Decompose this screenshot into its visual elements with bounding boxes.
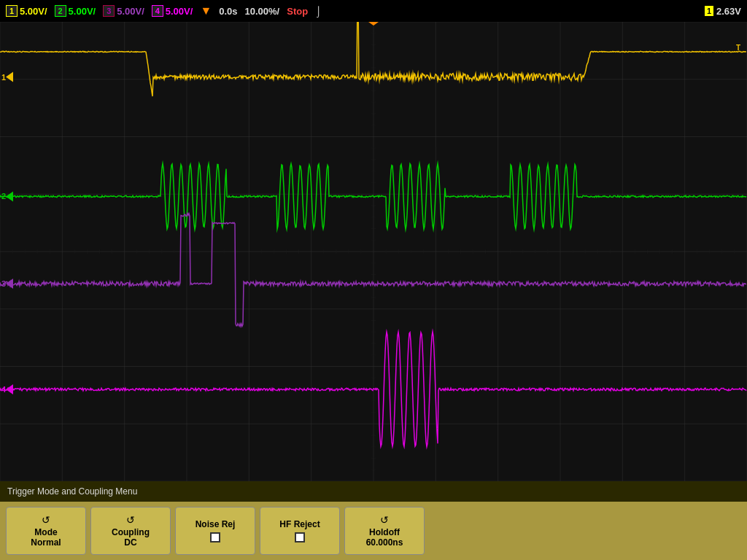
waveform-canvas bbox=[0, 22, 747, 481]
ch4-voltage: 5.00V/ bbox=[166, 6, 193, 17]
ch2-label: 2 5.00V/ bbox=[55, 5, 96, 17]
ch3-label: 3 5.00V/ bbox=[103, 5, 144, 17]
hf-reject-label: HF Reject bbox=[279, 519, 320, 529]
status-text: Trigger Mode and Coupling Menu bbox=[7, 486, 137, 497]
oscilloscope-screen bbox=[0, 22, 747, 481]
hf-reject-checkbox bbox=[295, 532, 305, 542]
coupling-value: DC bbox=[124, 537, 136, 548]
time-offset: 0.0s bbox=[219, 6, 237, 17]
mode-button[interactable]: ↺ Mode Normal bbox=[6, 507, 86, 555]
holdoff-icon: ↺ bbox=[380, 514, 389, 526]
ch4-label: 4 5.00V/ bbox=[152, 5, 193, 17]
ch3-voltage: 5.00V/ bbox=[117, 6, 144, 17]
ch1-number: 1 bbox=[6, 5, 18, 17]
ch1-label: 1 5.00V/ bbox=[6, 5, 47, 17]
mode-label: Mode bbox=[34, 527, 57, 537]
coupling-label: Coupling bbox=[112, 527, 150, 537]
timebase: 10.00%/ bbox=[245, 6, 280, 17]
coupling-icon: ↺ bbox=[126, 514, 135, 526]
ch2-number: 2 bbox=[55, 5, 66, 17]
noise-rej-checkbox bbox=[210, 532, 220, 542]
holdoff-label: Holdoff bbox=[369, 527, 400, 537]
header-bar: 1 5.00V/ 2 5.00V/ 3 5.00V/ 4 5.00V/ ▼ 0.… bbox=[0, 0, 747, 22]
menu-bar: ↺ Mode Normal ↺ Coupling DC Noise Rej HF… bbox=[0, 502, 747, 560]
status-bar: Trigger Mode and Coupling Menu bbox=[0, 481, 747, 502]
mode-icon: ↺ bbox=[42, 514, 50, 526]
active-channel-readout: 1 2.63V bbox=[705, 6, 741, 17]
coupling-button[interactable]: ↺ Coupling DC bbox=[90, 507, 171, 555]
noise-rej-button[interactable]: Noise Rej bbox=[175, 507, 255, 555]
noise-rej-label: Noise Rej bbox=[196, 519, 236, 529]
mode-value: Normal bbox=[31, 537, 61, 548]
hf-reject-button[interactable]: HF Reject bbox=[260, 507, 340, 555]
ch2-voltage: 5.00V/ bbox=[69, 6, 96, 17]
trigger-arrow-icon: ▼ bbox=[200, 4, 212, 18]
holdoff-button[interactable]: ↺ Holdoff 60.000ns bbox=[344, 507, 425, 555]
holdoff-value: 60.000ns bbox=[366, 537, 403, 548]
ch1-voltage: 5.00V/ bbox=[20, 6, 47, 17]
ch3-number: 3 bbox=[103, 5, 115, 17]
run-stop-status: Stop bbox=[287, 6, 308, 17]
trigger-symbol-icon: ⌡ bbox=[315, 5, 321, 17]
ch4-number: 4 bbox=[152, 5, 163, 17]
active-ch-voltage: 2.63V bbox=[716, 6, 741, 17]
active-ch-number: 1 bbox=[705, 6, 713, 16]
